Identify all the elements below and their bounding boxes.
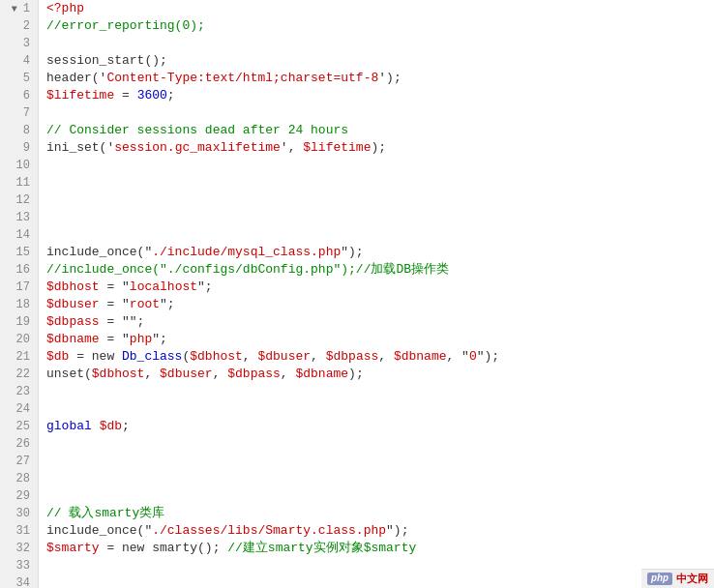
line-number: 8 <box>8 122 30 139</box>
code-area: ▼ 12345678910111213141516171819202122232… <box>0 0 714 588</box>
line-number: 23 <box>8 383 30 400</box>
line-number: 16 <box>8 261 30 279</box>
code-line <box>46 574 706 588</box>
line-number: 7 <box>8 104 30 122</box>
code-line: //include_once("./configs/dbConfig.php")… <box>46 261 706 279</box>
class-name-token: Db_class <box>122 348 182 366</box>
plain-token: header(' <box>46 70 106 87</box>
code-line: unset($dbhost, $dbuser, $dbpass, $dbname… <box>46 366 706 383</box>
code-line: header('Content-Type:text/html;charset=u… <box>46 70 706 87</box>
string-token: session.gc_maxlifetime <box>114 139 281 157</box>
plain-token: , <box>378 348 394 366</box>
plain-token: = <box>114 87 136 104</box>
line-number: 29 <box>8 487 30 505</box>
plain-token: = new <box>100 540 153 557</box>
string-token: ./classes/libs/Smarty.class.php <box>152 522 386 540</box>
line-number: 12 <box>8 191 30 209</box>
string-token: ./include/mysql_class.php <box>152 244 341 261</box>
variable-token: $dbpass <box>326 348 379 366</box>
plain-token: include_once(" <box>46 522 152 540</box>
plain-token: , <box>144 366 160 383</box>
code-line: // Consider sessions dead after 24 hours <box>46 122 706 139</box>
plain-token: "; <box>197 279 213 296</box>
code-line: // 载入smarty类库 <box>46 505 706 522</box>
string-token: localhost <box>130 279 197 296</box>
code-line <box>46 383 706 400</box>
line-number: 6 <box>8 87 30 104</box>
line-number: ▼ 1 <box>8 0 30 17</box>
plain-token: = " <box>100 331 130 348</box>
code-line: $dbpass = ""; <box>46 313 706 331</box>
plain-token: "); <box>341 244 363 261</box>
string-token: root <box>130 296 160 313</box>
plain-token: session_start(); <box>46 52 167 70</box>
line-number: 10 <box>8 157 30 174</box>
variable-token: $dbname <box>295 366 348 383</box>
comment-token: // 载入smarty类库 <box>46 505 164 522</box>
code-line <box>46 470 706 487</box>
line-number: 4 <box>8 52 30 70</box>
line-number: 14 <box>8 226 30 244</box>
line-number: 28 <box>8 470 30 487</box>
plain-token: , <box>311 348 326 366</box>
plain-token: smarty(); <box>152 540 227 557</box>
plain-token: '); <box>378 70 401 87</box>
code-line: $lifetime = 3600; <box>46 87 706 104</box>
code-line: session_start(); <box>46 52 706 70</box>
php-logo: php <box>647 573 672 585</box>
plain-token <box>92 418 100 435</box>
number-token: 3600 <box>137 87 167 104</box>
line-number: 21 <box>8 348 30 366</box>
fold-icon[interactable]: ▼ <box>12 4 23 15</box>
plain-token: include_once(" <box>46 244 152 261</box>
variable-token: $dbpass <box>46 313 100 331</box>
plain-token: = " <box>100 296 130 313</box>
code-line <box>46 226 706 244</box>
line-number: 13 <box>8 209 30 226</box>
comment-token: //建立smarty实例对象$smarty <box>227 540 416 557</box>
plain-token: ini_set(' <box>46 139 114 157</box>
line-number: 31 <box>8 522 30 540</box>
variable-token: $dbuser <box>160 366 213 383</box>
code-line: global $db; <box>46 418 706 435</box>
line-number: 34 <box>8 574 30 588</box>
comment-token: // Consider sessions dead after 24 hours <box>46 122 348 139</box>
plain-token: , " <box>447 348 469 366</box>
plain-token: , <box>243 348 258 366</box>
plain-token: unset( <box>46 366 92 383</box>
variable-token: $lifetime <box>46 87 114 104</box>
code-content[interactable]: <?php//error_reporting(0); session_start… <box>39 0 714 588</box>
variable-token: $dbname <box>46 331 100 348</box>
keyword-token: global <box>46 418 92 435</box>
string-token: Content-Type:text/html;charset=utf-8 <box>106 70 378 87</box>
bottom-bar: php 中文网 <box>641 569 714 588</box>
code-line: ini_set('session.gc_maxlifetime', $lifet… <box>46 139 706 157</box>
variable-token: $dbhost <box>46 279 100 296</box>
code-line: $dbuser = "root"; <box>46 296 706 313</box>
code-line: $dbhost = "localhost"; <box>46 279 706 296</box>
line-number: 22 <box>8 366 30 383</box>
code-line <box>46 435 706 453</box>
plain-token: = new <box>69 348 122 366</box>
plain-token: , <box>213 366 228 383</box>
plain-token: ; <box>167 87 175 104</box>
code-line: include_once("./include/mysql_class.php"… <box>46 244 706 261</box>
code-line <box>46 209 706 226</box>
code-line <box>46 104 706 122</box>
editor-container: ▼ 12345678910111213141516171819202122232… <box>0 0 714 588</box>
line-number: 25 <box>8 418 30 435</box>
comment-token: //error_reporting(0); <box>46 17 205 35</box>
plain-token: "); <box>477 348 499 366</box>
code-line: <?php <box>46 0 706 17</box>
code-line <box>46 400 706 418</box>
line-number: 19 <box>8 313 30 331</box>
plain-token: ', <box>281 139 303 157</box>
line-number: 30 <box>8 505 30 522</box>
variable-token: $dbhost <box>92 366 145 383</box>
code-line: $smarty = new smarty(); //建立smarty实例对象$s… <box>46 540 706 557</box>
code-line: $db = new Db_class($dbhost, $dbuser, $db… <box>46 348 706 366</box>
variable-token: $dbuser <box>257 348 311 366</box>
variable-token: $dbpass <box>227 366 281 383</box>
line-number: 18 <box>8 296 30 313</box>
line-number: 2 <box>8 17 30 35</box>
